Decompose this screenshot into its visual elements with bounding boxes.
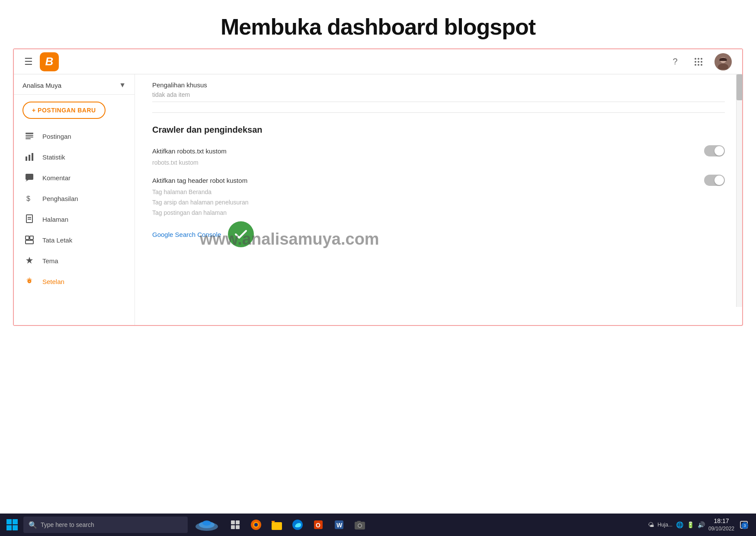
crawler-section: Crawler dan pengindeksan Aktifkan robots… [152,125,725,247]
postingan-label: Postingan [42,133,71,140]
sidebar-item-setelan[interactable]: Setelan [14,271,135,292]
svg-rect-26 [30,236,33,239]
svg-rect-19 [26,174,33,180]
svg-point-1 [698,58,699,60]
svg-rect-13 [26,135,33,136]
network-icon: 🌐 [676,521,683,528]
svg-text:W: W [336,522,343,529]
user-avatar[interactable] [714,53,732,70]
office-taskbar[interactable]: O [309,515,328,534]
svg-rect-16 [26,156,27,161]
robots-txt-toggle[interactable] [704,145,725,156]
svg-point-4 [698,61,699,63]
tag-archive-label: Tag arsip dan halaman penelusuran [152,199,725,206]
hamburger-icon[interactable]: ☰ [24,56,33,67]
sidebar-item-halaman[interactable]: Halaman [14,209,135,230]
page-title: Membuka dashboard blogspot [0,14,756,40]
clock-date: 09/10/2022 [708,525,734,533]
toggle-thumb [714,146,724,156]
svg-text:$: $ [26,195,30,202]
sidebar-item-komentar[interactable]: Komentar [14,167,135,188]
task-view-button[interactable] [226,515,245,534]
content-area: Pengalihan khusus tidak ada item Crawler… [135,74,742,325]
new-post-button[interactable]: + POSTINGAN BARU [22,102,106,119]
clock: 18:17 09/10/2022 [708,517,734,533]
svg-rect-15 [26,138,31,139]
svg-rect-23 [28,217,31,218]
robot-header-toggle[interactable] [704,175,725,186]
svg-rect-52 [357,521,361,523]
camera-taskbar[interactable] [350,515,369,534]
sidebar: Analisa Muya ▼ + POSTINGAN BARU Postinga… [14,74,135,325]
cortana-button[interactable] [189,515,224,534]
penghasilan-icon: $ [24,194,35,203]
sidebar-item-penghasilan[interactable]: $ Penghasilan [14,188,135,209]
tag-homepage-label: Tag halaman Beranda [152,188,725,195]
topbar-left: ☰ B [24,52,59,71]
fileexplorer-taskbar[interactable] [267,515,286,534]
halaman-label: Halaman [42,216,68,223]
notification-button[interactable]: 3 [738,519,750,531]
robot-header-label: Aktifkan tag header robot kustom [152,177,247,184]
start-button[interactable] [3,515,22,534]
topbar-right: ? [668,53,732,70]
page-title-area: Membuka dashboard blogspot [0,0,756,48]
firefox-taskbar[interactable] [247,515,266,534]
svg-point-42 [254,523,258,526]
search-bar[interactable]: 🔍 Type here to search [23,517,188,533]
system-tray: 🌤 Huja... 🌐 🔋 🔊 18:17 09/10/2022 3 [644,517,753,533]
robots-txt-row: Aktifkan robots.txt kustom [152,145,725,156]
section-divider [152,112,725,113]
dropdown-arrow-icon: ▼ [119,81,126,89]
blog-name: Analisa Muya [22,82,61,89]
svg-rect-27 [26,240,33,244]
robots-txt-label: Aktifkan robots.txt kustom [152,147,227,155]
svg-rect-25 [26,236,29,239]
svg-rect-18 [32,153,33,161]
search-placeholder: Type here to search [41,521,94,528]
browser-window: ☰ B ? [13,48,743,326]
sidebar-item-tema[interactable]: Tema [14,250,135,271]
svg-point-2 [701,58,702,60]
word-taskbar[interactable]: W [330,515,349,534]
tema-label: Tema [42,257,58,265]
sidebar-nav: Postingan Statistik Komentar $ [14,126,135,292]
pengalihan-title: Pengalihan khusus [152,81,725,89]
sidebar-item-tataletak[interactable]: Tata Letak [14,230,135,250]
tema-icon [24,256,35,265]
setelan-label: Setelan [42,278,64,285]
svg-point-6 [695,64,696,66]
tataletak-icon [24,235,35,245]
svg-rect-30 [13,519,18,524]
svg-point-0 [695,58,696,60]
svg-rect-43 [272,522,282,530]
svg-marker-20 [26,180,29,182]
svg-rect-37 [236,520,240,524]
svg-rect-14 [26,137,33,137]
main-layout: Analisa Muya ▼ + POSTINGAN BARU Postinga… [14,74,742,325]
penghasilan-label: Penghasilan [42,195,78,202]
weather-icon: 🌤 [648,521,654,528]
svg-rect-31 [6,525,12,530]
gsc-link[interactable]: Google Search Console [152,231,221,238]
svg-rect-29 [6,519,12,524]
sidebar-item-statistik[interactable]: Statistik [14,147,135,167]
apps-icon[interactable] [691,54,706,69]
volume-icon: 🔊 [698,521,705,528]
blog-selector[interactable]: Analisa Muya ▼ [14,74,135,95]
statistik-icon [24,152,35,162]
svg-rect-38 [231,525,235,529]
svg-rect-24 [28,219,31,220]
svg-rect-36 [231,520,235,524]
gsc-row: Google Search Console [152,221,725,247]
new-post-label: + POSTINGAN BARU [32,107,96,114]
komentar-label: Komentar [42,174,70,182]
svg-rect-12 [26,133,33,134]
help-icon[interactable]: ? [668,54,682,69]
edge-taskbar[interactable] [288,515,307,534]
komentar-icon [24,173,35,182]
svg-point-5 [701,61,702,63]
clock-time: 18:17 [708,517,734,526]
pengalihan-empty: tidak ada item [152,91,725,98]
sidebar-item-postingan[interactable]: Postingan [14,126,135,147]
